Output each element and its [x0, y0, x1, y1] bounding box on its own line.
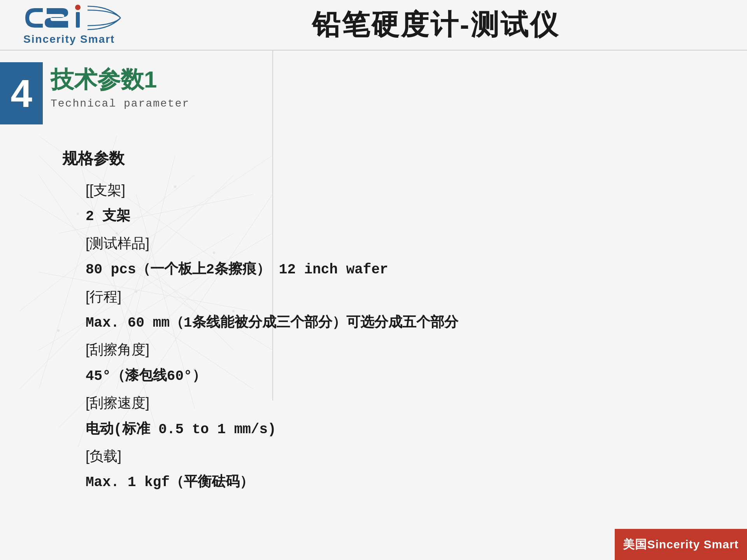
header-title: 铅笔硬度计-测试仪	[148, 6, 724, 44]
header: Sincerity Smart 铅笔硬度计-测试仪	[0, 0, 747, 51]
content-area: 规格参数 [[支架]2 支架[测试样品]80 pcs（一个板上2条擦痕） 12 …	[62, 148, 490, 496]
svg-rect-29	[76, 12, 80, 28]
section-title-main: 技术参数1	[51, 64, 189, 96]
spec-title: 规格参数	[62, 148, 490, 169]
section-title-area: 技术参数1 Technical parameter	[51, 64, 189, 110]
logo-area: Sincerity Smart	[23, 4, 148, 46]
section-badge: 4	[0, 62, 43, 124]
spec-item: [行程]	[62, 284, 490, 310]
svg-point-28	[75, 5, 81, 10]
section-title-sub: Technical parameter	[51, 98, 189, 110]
spec-item: [负载]	[62, 443, 490, 469]
svg-point-23	[57, 329, 60, 332]
spec-item: [刮擦速度]	[62, 390, 490, 416]
spec-item: 电动(标准 0.5 to 1 mm/s)	[62, 416, 490, 443]
spec-item: [[支架]	[62, 177, 490, 203]
spec-item: Max. 60 mm（1条线能被分成三个部分）可选分成五个部分	[62, 310, 490, 336]
page: Sincerity Smart 铅笔硬度计-测试仪 4 技术参数1 Techni…	[0, 0, 747, 560]
spec-item: 80 pcs（一个板上2条擦痕） 12 inch wafer	[62, 257, 490, 283]
spec-item: [刮擦角度]	[62, 336, 490, 363]
spec-item: [测试样品]	[62, 230, 490, 257]
footer-badge-text: 美国Sincerity Smart	[623, 537, 738, 553]
footer-badge: 美国Sincerity Smart	[615, 529, 747, 560]
section-number: 4	[11, 71, 32, 116]
spec-item: Max. 1 kgf（平衡砝码）	[62, 469, 490, 496]
logo-tagline: Sincerity Smart	[23, 33, 115, 46]
spec-item: 45°（漆包线60°）	[62, 363, 490, 390]
csi-logo	[23, 4, 124, 32]
spec-item: 2 支架	[62, 203, 490, 230]
spec-list: [[支架]2 支架[测试样品]80 pcs（一个板上2条擦痕） 12 inch …	[62, 177, 490, 496]
